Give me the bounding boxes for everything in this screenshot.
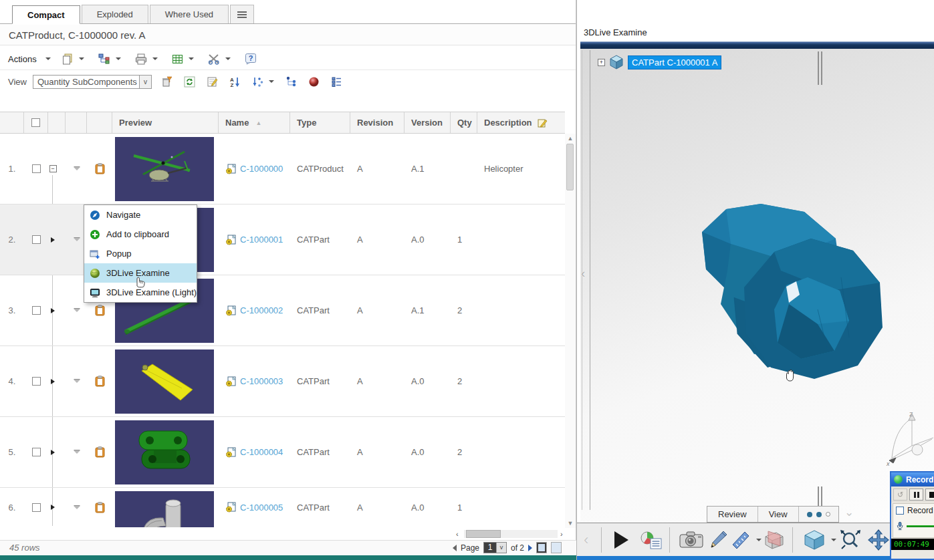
chevron-down-icon[interactable] [831,539,836,541]
zoom-fit-button[interactable] [839,523,862,557]
menu-item-navigate[interactable]: Navigate [84,205,197,225]
preview-linkage[interactable] [115,420,214,484]
header-qty[interactable]: Qty [451,112,477,133]
header-revision[interactable]: Revision [350,112,404,133]
dot-filled[interactable] [816,512,822,517]
refresh-button[interactable] [182,76,197,88]
dot-hollow[interactable] [826,512,830,517]
row-checkbox[interactable] [32,235,41,244]
filter-delete-button[interactable] [159,76,174,88]
tab-where-used[interactable]: Where Used [150,5,229,23]
preview-helicopter[interactable] [115,137,214,201]
record-checkbox[interactable] [896,507,904,515]
horizontal-scrollbar[interactable]: ‹ › [0,529,565,540]
tree-node[interactable]: + CATPart C-1000001 A [598,54,721,70]
preview-blade[interactable] [115,349,214,414]
single-page-view-button[interactable] [536,542,547,553]
record-checkbox-row[interactable]: Record [896,506,934,515]
menu-item-add-to-clipboard[interactable]: Add to clipboard [84,225,197,244]
sphere-button[interactable] [306,76,322,88]
details-list-button[interactable] [329,76,344,88]
next-page-icon[interactable] [528,545,532,551]
page-select[interactable]: 1 v [483,542,507,553]
record-back-button[interactable]: ↺ [893,488,907,501]
recorder-titlebar[interactable]: Record [891,472,934,486]
clipboard-icon[interactable] [95,163,105,174]
expand-icon[interactable] [51,308,55,313]
item-link[interactable]: C-1000000 [240,164,283,174]
annotate-button[interactable] [708,523,728,557]
preview-rotor[interactable] [115,491,214,528]
scroll-down-icon[interactable]: ▼ [565,519,576,528]
sort-az-button[interactable]: A Z [227,76,243,88]
tree-structure-button[interactable] [283,76,299,88]
edit-description-icon[interactable] [538,118,548,128]
clipboard-icon[interactable] [95,376,105,387]
clipboard-icon[interactable] [95,502,105,513]
help-button[interactable]: ? [242,51,259,66]
collapse-toolbar-icon[interactable]: ‹ [584,531,588,549]
tools-button[interactable] [205,52,233,66]
expand-subtabs-icon[interactable]: ⌄ [844,505,854,519]
dot-filled[interactable] [807,512,812,517]
header-preview[interactable]: Preview [112,112,219,133]
table-row[interactable]: 5. [0,417,565,488]
chevron-down-icon[interactable]: v [496,543,506,553]
expand-icon[interactable] [51,379,55,384]
sort-tree-button[interactable] [250,76,276,88]
scrollbar-thumb[interactable] [466,530,501,538]
menu-item-popup[interactable]: Popup [84,244,197,263]
row-checkbox[interactable] [32,377,41,386]
header-version[interactable]: Version [404,112,451,133]
row-checkbox[interactable] [32,503,41,512]
chevron-down-icon[interactable] [45,57,51,60]
export-table-button[interactable] [169,52,197,66]
expand-plus-icon[interactable]: + [598,59,605,66]
clipboard-icon[interactable] [95,305,105,316]
scroll-left-icon[interactable]: ‹ [456,530,459,538]
tree-node-label[interactable]: CATPart C-1000001 A [628,55,721,69]
prev-page-icon[interactable] [453,545,457,551]
pan-button[interactable] [867,523,890,557]
section-button[interactable] [762,523,786,557]
header-select-all[interactable] [24,112,48,133]
table-row[interactable]: 6. [0,488,565,527]
collapse-tree-icon[interactable]: ‹ [581,266,585,281]
scroll-right-icon[interactable]: › [560,530,563,538]
play-button[interactable] [610,523,630,557]
slider-track[interactable] [907,525,934,527]
vertical-scrollbar[interactable]: ▲ ▼ [565,134,576,528]
table-row[interactable]: 4. [0,346,565,417]
expand-icon[interactable] [51,505,55,510]
select-all-checkbox[interactable] [31,118,40,127]
render-style-button[interactable] [803,523,836,557]
actions-menu-button[interactable]: Actions [8,54,37,64]
item-link[interactable]: C-1000004 [240,447,283,457]
item-link[interactable]: C-1000002 [240,305,283,315]
tab-exploded[interactable]: Exploded [82,5,148,23]
snapshot-button[interactable] [679,523,704,557]
item-link[interactable]: C-1000003 [240,376,283,386]
tab-compact[interactable]: Compact [12,5,80,24]
scrollbar-thumb[interactable] [566,144,574,190]
item-link[interactable]: C-1000001 [240,235,283,245]
header-description[interactable]: Description [477,112,565,133]
chevron-down-icon[interactable]: v [139,76,151,88]
row-checkbox[interactable] [32,448,41,456]
row-menu-caret-icon[interactable] [74,238,80,241]
measure-button[interactable] [731,523,762,557]
item-link[interactable]: C-1000005 [240,503,283,513]
expand-icon[interactable] [51,450,55,455]
scroll-up-icon[interactable]: ▲ [565,134,576,143]
row-checkbox[interactable] [32,164,41,173]
header-type[interactable]: Type [290,112,350,133]
stop-button[interactable] [925,488,934,501]
header-name[interactable]: Name▲ [219,112,290,133]
pause-button[interactable] [909,488,923,501]
table-row[interactable]: 1. − [0,134,565,204]
subtab-review[interactable]: Review [707,507,758,522]
view-select[interactable]: Quantity SubComponents v [33,75,152,89]
print-button[interactable] [132,52,160,66]
report-button[interactable] [640,523,663,557]
row-menu-caret-icon[interactable] [74,506,80,509]
